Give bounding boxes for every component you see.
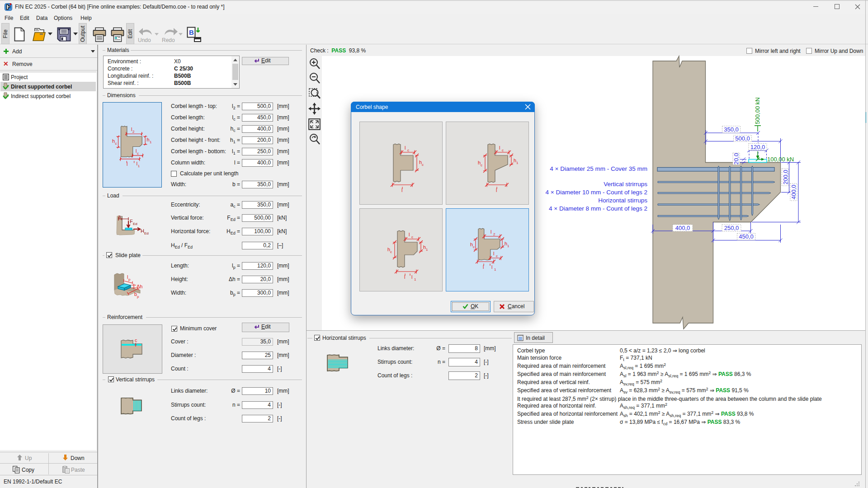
svg-text:l: l xyxy=(409,232,410,237)
svg-text:4 × Diameter 8 mm - Count of l: 4 × Diameter 8 mm - Count of legs 2 xyxy=(549,205,647,212)
svg-text:1: 1 xyxy=(426,248,428,252)
svg-text:l: l xyxy=(405,145,406,150)
svg-text:4 × Diameter 10 mm - Count of: 4 × Diameter 10 mm - Count of legs 2 xyxy=(546,189,647,196)
svg-text:l: l xyxy=(401,188,402,193)
svg-text:250,0: 250,0 xyxy=(724,225,739,231)
svg-text:F: F xyxy=(130,219,133,224)
svg-text:1: 1 xyxy=(150,140,152,144)
svg-text:500,0: 500,0 xyxy=(735,135,750,142)
svg-text:l: l xyxy=(499,145,500,150)
svg-text:Ed: Ed xyxy=(144,231,149,235)
svg-text:c: c xyxy=(115,141,117,145)
svg-text:l: l xyxy=(483,264,484,270)
svg-text:350,0: 350,0 xyxy=(724,126,739,133)
svg-text:4 × Diameter 25 mm - Cover 35: 4 × Diameter 25 mm - Cover 35 mm xyxy=(550,165,647,172)
svg-text:400,0: 400,0 xyxy=(790,185,797,200)
svg-text:l: l xyxy=(404,274,405,280)
svg-text:h: h xyxy=(112,138,115,144)
svg-text:p: p xyxy=(137,295,139,299)
svg-text:Horizontal stirrups: Horizontal stirrups xyxy=(598,197,647,204)
svg-text:1: 1 xyxy=(414,277,416,282)
svg-text:c: c xyxy=(422,163,424,167)
svg-text:l: l xyxy=(496,188,497,193)
svg-text:c: c xyxy=(390,250,392,254)
svg-text:100,00 kN: 100,00 kN xyxy=(767,156,794,163)
svg-text:c: c xyxy=(496,254,498,258)
svg-text:500,00 kN: 500,00 kN xyxy=(754,97,761,124)
svg-text:c: c xyxy=(137,151,139,155)
svg-text:1: 1 xyxy=(507,244,509,248)
svg-text:2: 2 xyxy=(493,232,495,236)
svg-text:p: p xyxy=(128,277,131,282)
svg-text:l: l xyxy=(127,161,127,167)
svg-text:c: c xyxy=(473,245,475,249)
svg-text:1: 1 xyxy=(516,161,519,165)
svg-text:c: c xyxy=(411,235,413,239)
svg-text:20,0: 20,0 xyxy=(733,153,740,164)
svg-text:2: 2 xyxy=(132,130,135,134)
svg-text:120,0: 120,0 xyxy=(750,144,765,150)
svg-text:c: c xyxy=(121,217,123,221)
svg-text:c: c xyxy=(502,148,504,152)
svg-text:Vertical strirrups: Vertical strirrups xyxy=(604,181,647,188)
svg-text:200,0: 200,0 xyxy=(782,170,789,185)
svg-text:400,0: 400,0 xyxy=(675,225,690,231)
svg-text:l: l xyxy=(491,229,491,235)
svg-text:l: l xyxy=(491,264,492,270)
svg-text:c: c xyxy=(481,163,482,167)
svg-text:l: l xyxy=(411,274,412,280)
svg-text:B: B xyxy=(189,28,194,36)
svg-text:450,0: 450,0 xyxy=(739,233,754,240)
svg-text:1: 1 xyxy=(494,267,496,272)
svg-text:l: l xyxy=(493,251,494,256)
svg-text:h: h xyxy=(147,137,150,142)
svg-text:H: H xyxy=(141,228,144,234)
svg-text:1: 1 xyxy=(138,164,140,168)
svg-text:c: c xyxy=(407,148,409,152)
svg-text:Δh: Δh xyxy=(137,284,142,289)
svg-text:Ed: Ed xyxy=(133,222,137,226)
svg-text:c: c xyxy=(135,338,137,343)
